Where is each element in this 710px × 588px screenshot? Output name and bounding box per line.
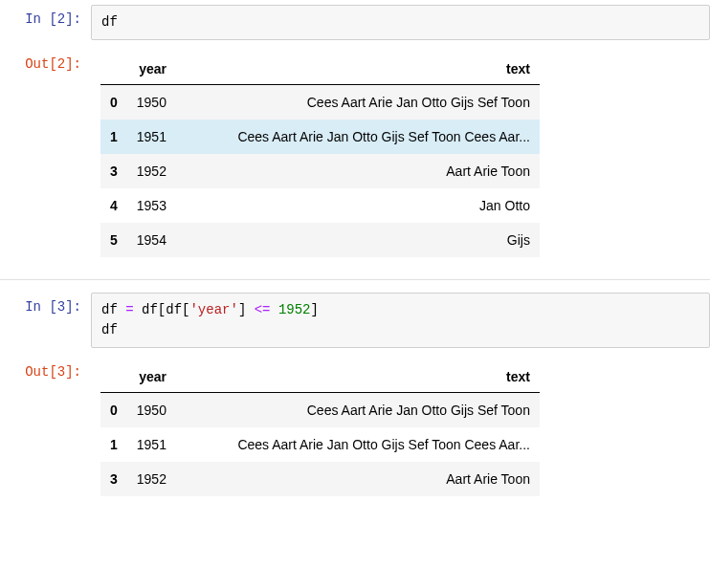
cell-text: Gijs [176,223,540,257]
output-area-3: yeartext01950Cees Aart Arie Jan Otto Gij… [91,358,710,506]
cell-year: 1951 [127,427,176,462]
dataframe-table-3: yeartext01950Cees Aart Arie Jan Otto Gij… [100,361,540,496]
cell-text: Cees Aart Arie Jan Otto Gijs Sef Toon Ce… [176,120,540,154]
cell-year: 1953 [127,188,176,223]
cell-divider [0,279,710,280]
in-prompt-3: In [3]: [0,293,91,315]
dataframe-table-2: yeartext01950Cees Aart Arie Jan Otto Gij… [100,54,540,257]
cell-3-input: In [3]: df = df[df['year'] <= 1952] df [0,288,710,353]
cell-3-output: Out[3]: yeartext01950Cees Aart Arie Jan … [0,353,710,511]
cell-year: 1952 [127,154,176,188]
table-row: 31952Aart Arie Toon [100,462,540,496]
table-row: 51954Gijs [100,223,540,257]
table-row: 41953Jan Otto [100,188,540,223]
cell-year: 1951 [127,120,176,154]
code-input-3[interactable]: df = df[df['year'] <= 1952] df [91,293,710,348]
column-header-year: year [127,54,176,85]
output-area-2: yeartext01950Cees Aart Arie Jan Otto Gij… [91,50,710,267]
row-index: 5 [100,223,127,257]
column-header-text: text [176,361,540,393]
cell-text: Cees Aart Arie Jan Otto Gijs Sef Toon Ce… [176,427,540,462]
index-header [100,361,127,393]
cell-text: Aart Arie Toon [176,154,540,188]
cell-2-output: Out[2]: yeartext01950Cees Aart Arie Jan … [0,45,710,272]
in-prompt-2: In [2]: [0,5,91,27]
cell-text: Aart Arie Toon [176,462,540,496]
column-header-year: year [127,361,176,393]
column-header-text: text [176,54,540,85]
cell-year: 1952 [127,462,176,496]
table-row: 11951Cees Aart Arie Jan Otto Gijs Sef To… [100,120,540,154]
cell-2-input: In [2]: df [0,0,710,45]
table-row: 31952Aart Arie Toon [100,154,540,188]
row-index: 1 [100,427,127,462]
cell-year: 1950 [127,393,176,428]
cell-year: 1954 [127,223,176,257]
cell-text: Jan Otto [176,188,540,223]
table-row: 01950Cees Aart Arie Jan Otto Gijs Sef To… [100,85,540,120]
out-prompt-2: Out[2]: [0,50,91,72]
row-index: 4 [100,188,127,223]
table-row: 01950Cees Aart Arie Jan Otto Gijs Sef To… [100,393,540,428]
cell-year: 1950 [127,85,176,120]
row-index: 0 [100,85,127,120]
out-prompt-3: Out[3]: [0,358,91,380]
row-index: 3 [100,462,127,496]
code-input-2[interactable]: df [91,5,710,40]
cell-text: Cees Aart Arie Jan Otto Gijs Sef Toon [176,85,540,120]
table-row: 11951Cees Aart Arie Jan Otto Gijs Sef To… [100,427,540,462]
index-header [100,54,127,85]
row-index: 1 [100,120,127,154]
row-index: 0 [100,393,127,428]
row-index: 3 [100,154,127,188]
cell-text: Cees Aart Arie Jan Otto Gijs Sef Toon [176,393,540,428]
